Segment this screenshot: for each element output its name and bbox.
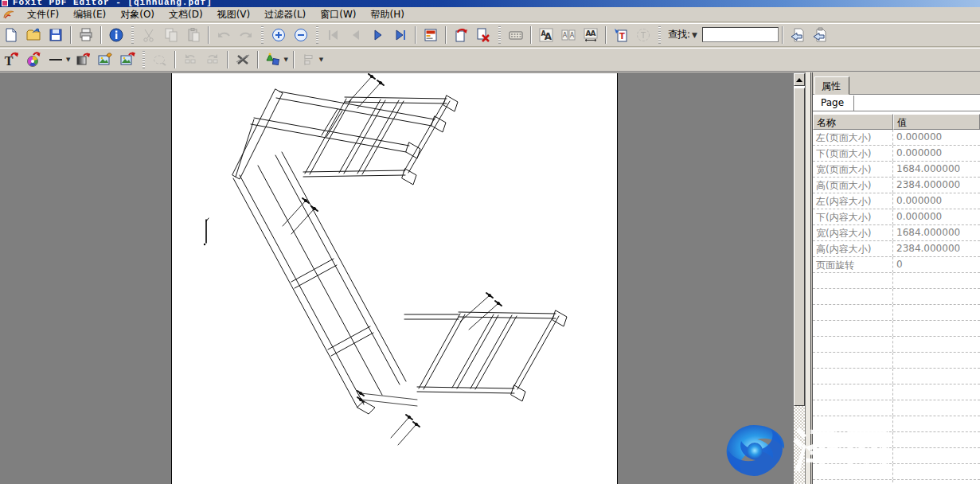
insert-shape-button-dropdown-icon[interactable]: ▼ xyxy=(283,57,287,63)
print-button[interactable] xyxy=(76,25,96,45)
svg-text:A: A xyxy=(591,29,596,37)
rotate-right-button[interactable] xyxy=(202,49,223,70)
svg-text:A: A xyxy=(545,31,552,42)
menu-item-help[interactable]: 帮助(H) xyxy=(364,7,412,22)
property-value[interactable]: 0.000000 xyxy=(893,193,980,209)
property-value[interactable]: 1684.000000 xyxy=(893,225,980,240)
edit-image-button[interactable] xyxy=(95,49,115,70)
property-value[interactable]: 2384.000000 xyxy=(893,241,980,256)
menu-item-window[interactable]: 窗口(W) xyxy=(313,7,363,22)
toolbar-separator xyxy=(605,26,607,44)
toolbar-grip[interactable] xyxy=(143,51,145,68)
delete-page-button[interactable] xyxy=(473,25,494,45)
rotate-left-button[interactable] xyxy=(180,49,201,70)
menu-item-document[interactable]: 文档(D) xyxy=(162,7,210,22)
keyboard-button[interactable] xyxy=(506,25,526,45)
add-text-button[interactable]: T xyxy=(611,25,631,45)
scrollbar-thumb[interactable] xyxy=(794,88,805,406)
replace-image-button[interactable] xyxy=(117,49,138,70)
first-page-button[interactable] xyxy=(323,25,344,45)
save-button[interactable] xyxy=(45,25,66,45)
paste-icon xyxy=(185,27,201,43)
menu-item-edit[interactable]: 编辑(E) xyxy=(66,7,113,22)
edit-color-button[interactable] xyxy=(23,49,44,70)
property-row[interactable]: 左(内容大小)0.000000 xyxy=(813,193,980,209)
empty-cell xyxy=(893,353,980,368)
scrollbar-track[interactable] xyxy=(794,406,805,484)
property-row[interactable]: 高(页面大小)2384.000000 xyxy=(813,178,980,193)
column-header-name[interactable]: 名称 xyxy=(813,114,893,130)
property-row[interactable]: 宽(内容大小)1684.000000 xyxy=(813,225,980,241)
zoom-out-button[interactable] xyxy=(291,25,311,45)
menu-item-filter[interactable]: 过滤器(L) xyxy=(257,7,313,22)
find-dropdown-icon[interactable]: ▼ xyxy=(692,31,697,39)
toolbar-grip[interactable] xyxy=(658,26,661,44)
find-input[interactable] xyxy=(702,27,779,42)
next-page-button[interactable] xyxy=(368,25,388,45)
prev-page-button[interactable] xyxy=(346,25,366,45)
toolbar-grip[interactable] xyxy=(131,26,134,44)
last-page-button[interactable] xyxy=(390,25,411,45)
align-button[interactable] xyxy=(299,49,319,70)
align-button-dropdown-icon[interactable]: ▼ xyxy=(319,57,323,63)
toolbar-grip[interactable] xyxy=(498,26,501,44)
property-value[interactable]: 0.000000 xyxy=(893,146,980,161)
svg-text:A: A xyxy=(570,32,575,39)
tab-properties[interactable]: 属性 xyxy=(814,76,849,95)
font-pair-button[interactable]: AA xyxy=(558,25,579,45)
document-canvas[interactable] xyxy=(0,72,806,484)
edit-text-button[interactable]: T xyxy=(1,49,21,70)
tab-page[interactable]: Page xyxy=(814,96,854,111)
property-value[interactable]: 1684.000000 xyxy=(893,162,980,177)
scroll-up-button[interactable] xyxy=(794,73,805,86)
property-value[interactable]: 0.000000 xyxy=(893,209,980,224)
property-row[interactable]: 下(页面大小)0.000000 xyxy=(813,146,980,162)
property-value[interactable]: 0.000000 xyxy=(893,130,980,145)
vertical-scrollbar[interactable] xyxy=(794,73,805,484)
toolbar-grip[interactable] xyxy=(316,26,318,44)
property-value[interactable]: 2384.000000 xyxy=(893,178,980,193)
page-thumbnails-button[interactable] xyxy=(420,25,441,45)
new-button[interactable] xyxy=(1,25,21,45)
rotate-page-button[interactable] xyxy=(451,25,471,45)
redo-button[interactable] xyxy=(236,25,256,45)
menu-item-view[interactable]: 视图(V) xyxy=(210,7,258,22)
search-clip-icon xyxy=(812,27,828,43)
paste-button[interactable] xyxy=(183,25,204,45)
menu-item-object[interactable]: 对象(O) xyxy=(113,7,162,22)
line-style-button-dropdown-icon[interactable]: ▼ xyxy=(66,57,70,63)
text-circle-button[interactable]: T xyxy=(633,25,654,45)
open-button[interactable] xyxy=(23,25,44,45)
empty-cell xyxy=(893,480,980,484)
search-clip-button[interactable] xyxy=(810,25,830,45)
undo-button[interactable] xyxy=(213,25,234,45)
copy-button[interactable] xyxy=(161,25,182,45)
property-row[interactable]: 宽(页面大小)1684.000000 xyxy=(813,162,980,178)
cut-button[interactable] xyxy=(139,25,159,45)
empty-cell xyxy=(893,321,980,336)
fill-style-button[interactable] xyxy=(72,49,93,70)
property-row[interactable]: 左(页面大小)0.000000 xyxy=(813,130,980,146)
empty-row xyxy=(813,480,980,484)
property-value[interactable]: 0 xyxy=(893,257,980,272)
property-name: 高(页面大小) xyxy=(813,178,893,193)
property-row[interactable]: 页面旋转0 xyxy=(813,257,980,273)
deselect-button[interactable] xyxy=(150,49,170,70)
toolbar-grip[interactable] xyxy=(261,26,264,44)
empty-cell xyxy=(893,416,980,431)
line-style-button[interactable] xyxy=(45,49,66,70)
font-size-button[interactable]: AA xyxy=(536,25,556,45)
search-document-button[interactable] xyxy=(787,25,808,45)
insert-shape-button[interactable] xyxy=(263,49,283,70)
char-spacing-button[interactable]: AA xyxy=(580,25,601,45)
menu-item-file[interactable]: 文件(F) xyxy=(20,7,66,22)
column-header-value[interactable]: 值 xyxy=(893,114,980,130)
pdf-page[interactable] xyxy=(171,73,618,484)
delete-object-button[interactable] xyxy=(232,49,253,70)
panel-splitter[interactable] xyxy=(806,72,811,484)
property-row[interactable]: 下(内容大小)0.000000 xyxy=(813,209,980,225)
property-row[interactable]: 高(内容大小)2384.000000 xyxy=(813,241,980,257)
zoom-in-button[interactable] xyxy=(268,25,289,45)
empty-row xyxy=(813,305,980,321)
document-info-button[interactable] xyxy=(106,25,127,45)
